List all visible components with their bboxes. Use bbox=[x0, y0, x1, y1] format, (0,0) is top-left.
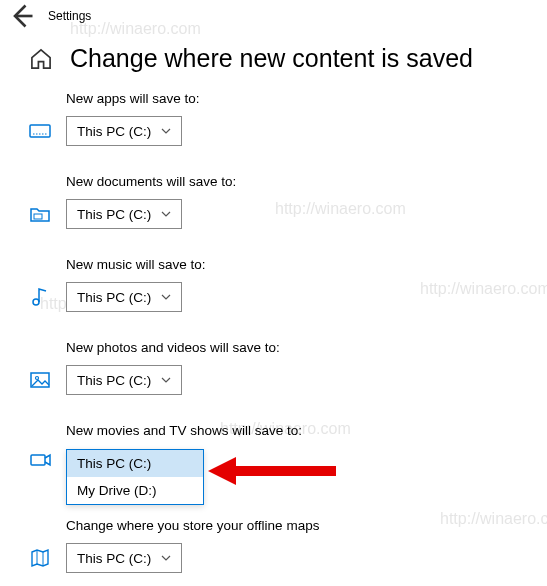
photos-dropdown[interactable]: This PC (C:) bbox=[66, 365, 182, 395]
chevron-down-icon bbox=[161, 555, 171, 561]
apps-icon bbox=[28, 119, 52, 143]
chevron-down-icon bbox=[161, 377, 171, 383]
music-icon bbox=[28, 285, 52, 309]
photos-dropdown-value: This PC (C:) bbox=[77, 373, 151, 388]
svg-rect-7 bbox=[31, 455, 45, 465]
back-button[interactable] bbox=[8, 2, 36, 30]
movies-icon bbox=[28, 448, 52, 472]
svg-point-4 bbox=[33, 299, 39, 305]
svg-point-6 bbox=[36, 377, 39, 380]
documents-label: New documents will save to: bbox=[66, 174, 519, 189]
movies-label: New movies and TV shows will save to: bbox=[66, 423, 519, 438]
movies-dropdown-open[interactable]: This PC (C:) My Drive (D:) bbox=[66, 449, 204, 505]
page-title: Change where new content is saved bbox=[70, 44, 473, 73]
music-dropdown-value: This PC (C:) bbox=[77, 290, 151, 305]
svg-marker-9 bbox=[208, 457, 236, 485]
titlebar: Settings bbox=[0, 0, 547, 32]
maps-dropdown[interactable]: This PC (C:) bbox=[66, 543, 182, 573]
svg-rect-3 bbox=[34, 214, 42, 219]
chevron-down-icon bbox=[161, 128, 171, 134]
movies-option-selected[interactable]: This PC (C:) bbox=[67, 450, 203, 477]
chevron-down-icon bbox=[161, 294, 171, 300]
maps-dropdown-value: This PC (C:) bbox=[77, 551, 151, 566]
red-arrow-annotation bbox=[208, 453, 338, 489]
apps-label: New apps will save to: bbox=[66, 91, 519, 106]
back-arrow-icon bbox=[8, 2, 36, 30]
documents-dropdown-value: This PC (C:) bbox=[77, 207, 151, 222]
music-label: New music will save to: bbox=[66, 257, 519, 272]
maps-label: Change where you store your offline maps bbox=[66, 518, 519, 533]
home-button[interactable] bbox=[28, 46, 54, 72]
movies-option[interactable]: My Drive (D:) bbox=[67, 477, 203, 504]
apps-dropdown[interactable]: This PC (C:) bbox=[66, 116, 182, 146]
svg-rect-1 bbox=[30, 125, 50, 137]
apps-dropdown-value: This PC (C:) bbox=[77, 124, 151, 139]
photos-icon bbox=[28, 368, 52, 392]
documents-icon bbox=[28, 202, 52, 226]
maps-icon bbox=[28, 546, 52, 570]
photos-label: New photos and videos will save to: bbox=[66, 340, 519, 355]
home-icon bbox=[28, 46, 54, 72]
documents-dropdown[interactable]: This PC (C:) bbox=[66, 199, 182, 229]
chevron-down-icon bbox=[161, 211, 171, 217]
music-dropdown[interactable]: This PC (C:) bbox=[66, 282, 182, 312]
window-title: Settings bbox=[48, 9, 91, 23]
